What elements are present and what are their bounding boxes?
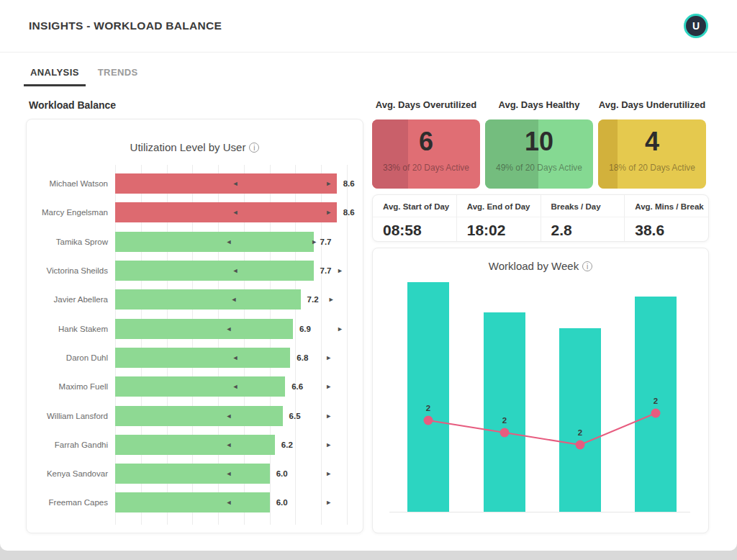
utilization-chart: Michael Watson◄►8.6Marcy Engelsman◄►8.6T… bbox=[37, 169, 353, 518]
utilization-card: Utilization Level by Useri Michael Watso… bbox=[26, 119, 363, 533]
user-row: William Lansford◄►6.5 bbox=[37, 401, 353, 430]
utilization-bar[interactable] bbox=[115, 348, 290, 368]
user-bar-track: ◄►6.6 bbox=[115, 376, 353, 397]
user-bar-track: ◄►6.8 bbox=[115, 348, 353, 368]
user-row: Javier Abellera◄►7.2 bbox=[37, 285, 353, 314]
user-row: Maximo Fuell◄►6.6 bbox=[37, 372, 353, 401]
avatar-initial: U bbox=[692, 20, 700, 32]
user-row: Kenya Sandovar◄►6.0 bbox=[37, 459, 353, 488]
user-label: Hank Stakem bbox=[37, 325, 115, 333]
range-marker-left-icon: ◄ bbox=[232, 209, 238, 216]
range-marker-left-icon: ◄ bbox=[232, 181, 238, 187]
range-marker-right-icon: ► bbox=[325, 354, 332, 361]
kpi-card[interactable]: 418% of 20 Days Active bbox=[598, 119, 706, 189]
kpi-content: 633% of 20 Days Active bbox=[372, 119, 480, 173]
week-line-path bbox=[428, 413, 656, 445]
kpi-card[interactable]: 1049% of 20 Days Active bbox=[485, 119, 593, 189]
range-marker-right-icon: ► bbox=[311, 238, 317, 245]
utilization-bar[interactable] bbox=[115, 464, 270, 484]
utilization-bar[interactable] bbox=[115, 173, 337, 194]
stat-cell: Breaks / Day2.8 bbox=[541, 195, 625, 241]
range-marker-left-icon: ◄ bbox=[232, 384, 238, 390]
utilization-bar[interactable] bbox=[115, 289, 301, 310]
app-window: INSIGHTS - WORKLOAD BALANCE U ANALYSIS T… bbox=[0, 0, 737, 551]
utilization-bar[interactable] bbox=[115, 232, 314, 252]
tab-trends[interactable]: TRENDS bbox=[91, 63, 145, 86]
range-marker-right-icon: ► bbox=[325, 209, 332, 216]
bar-value: 8.6 bbox=[343, 208, 355, 217]
info-icon[interactable]: i bbox=[582, 261, 592, 271]
week-bar[interactable] bbox=[559, 328, 601, 512]
range-marker-right-icon: ► bbox=[325, 412, 332, 419]
user-bar-track: ◄►6.2 bbox=[115, 435, 353, 455]
range-marker-right-icon: ► bbox=[325, 500, 332, 506]
utilization-bar[interactable] bbox=[115, 406, 283, 426]
range-marker-left-icon: ◄ bbox=[225, 441, 232, 448]
utilization-bar[interactable] bbox=[115, 492, 270, 512]
range-marker-left-icon: ◄ bbox=[225, 500, 232, 506]
user-row: Victorina Sheilds◄►7.7 bbox=[37, 256, 353, 285]
kpi-value: 4 bbox=[598, 126, 706, 157]
user-avatar[interactable]: U bbox=[684, 14, 708, 38]
range-marker-right-icon: ► bbox=[325, 384, 332, 390]
utilization-bar[interactable] bbox=[115, 435, 275, 455]
kpi-value: 6 bbox=[372, 126, 480, 157]
stat-label: Avg. Start of Day bbox=[373, 195, 456, 217]
week-bar[interactable] bbox=[635, 297, 677, 512]
bar-value: 6.6 bbox=[291, 382, 303, 391]
utilization-bar[interactable] bbox=[115, 319, 293, 339]
stat-value: 2.8 bbox=[541, 217, 625, 239]
range-marker-left-icon: ◄ bbox=[225, 325, 232, 332]
user-bar-track: ◄►6.9 bbox=[115, 319, 353, 339]
bar-value: 6.9 bbox=[299, 325, 311, 333]
stat-label: Breaks / Day bbox=[541, 195, 625, 217]
user-row: Tamika Sprow◄►7.7 bbox=[37, 227, 353, 256]
user-bar-track: ◄►6.0 bbox=[115, 492, 353, 512]
range-marker-left-icon: ◄ bbox=[225, 412, 232, 419]
bar-value: 6.2 bbox=[281, 441, 293, 449]
user-label: Marcy Engelsman bbox=[37, 208, 115, 217]
header: INSIGHTS - WORKLOAD BALANCE U bbox=[0, 0, 737, 53]
kpi-header-label: Avg. Days Healthy bbox=[485, 99, 593, 110]
user-label: Javier Abellera bbox=[37, 295, 115, 304]
user-row: Michael Watson◄►8.6 bbox=[37, 169, 353, 198]
info-icon[interactable]: i bbox=[249, 143, 259, 153]
bar-value: 6.0 bbox=[276, 498, 288, 507]
utilization-chart-title-text: Utilization Level by User bbox=[130, 141, 246, 153]
user-label: Farrah Gandhi bbox=[37, 441, 115, 449]
bar-value: 7.7 bbox=[320, 266, 332, 275]
kpi-subtitle: 33% of 20 Days Active bbox=[372, 163, 480, 173]
week-bar[interactable] bbox=[484, 312, 525, 512]
user-bar-track: ◄►6.5 bbox=[115, 406, 353, 426]
kpi-card[interactable]: 633% of 20 Days Active bbox=[372, 119, 480, 189]
week-bar[interactable] bbox=[407, 282, 449, 512]
week-chart-card: 2222 Workload by Weeki bbox=[372, 248, 709, 533]
range-marker-left-icon: ◄ bbox=[232, 268, 238, 274]
week-chart-baseline bbox=[389, 512, 690, 512]
bar-value: 8.6 bbox=[343, 179, 355, 188]
range-marker-right-icon: ► bbox=[328, 297, 335, 303]
stat-value: 18:02 bbox=[457, 217, 541, 239]
stat-label: Avg. End of Day bbox=[457, 195, 541, 217]
kpi-header-label: Avg. Days Underutilized bbox=[598, 99, 706, 110]
stats-card: Avg. Start of Day08:58Avg. End of Day18:… bbox=[372, 194, 709, 242]
bar-value: 6.8 bbox=[297, 353, 308, 362]
user-label: Maximo Fuell bbox=[37, 382, 115, 391]
range-marker-left-icon: ◄ bbox=[232, 354, 238, 361]
range-marker-right-icon: ► bbox=[337, 268, 343, 274]
range-marker-left-icon: ◄ bbox=[231, 297, 238, 303]
kpi-content: 1049% of 20 Days Active bbox=[485, 119, 593, 173]
kpi-headers: Avg. Days OverutilizedAvg. Days HealthyA… bbox=[372, 99, 709, 110]
utilization-bar[interactable] bbox=[115, 261, 314, 281]
bar-value: 6.0 bbox=[276, 469, 288, 478]
utilization-bar[interactable] bbox=[115, 376, 285, 397]
user-label: Kenya Sandovar bbox=[37, 469, 115, 478]
range-marker-right-icon: ► bbox=[325, 471, 332, 477]
stat-value: 08:58 bbox=[373, 217, 456, 239]
user-label: William Lansford bbox=[37, 412, 115, 420]
utilization-bar[interactable] bbox=[115, 202, 337, 222]
user-row: Freeman Capes◄►6.0 bbox=[37, 488, 353, 517]
user-bar-track: ◄►7.7 bbox=[115, 232, 353, 252]
tab-analysis[interactable]: ANALYSIS bbox=[24, 63, 86, 86]
bar-value: 7.2 bbox=[307, 295, 319, 304]
